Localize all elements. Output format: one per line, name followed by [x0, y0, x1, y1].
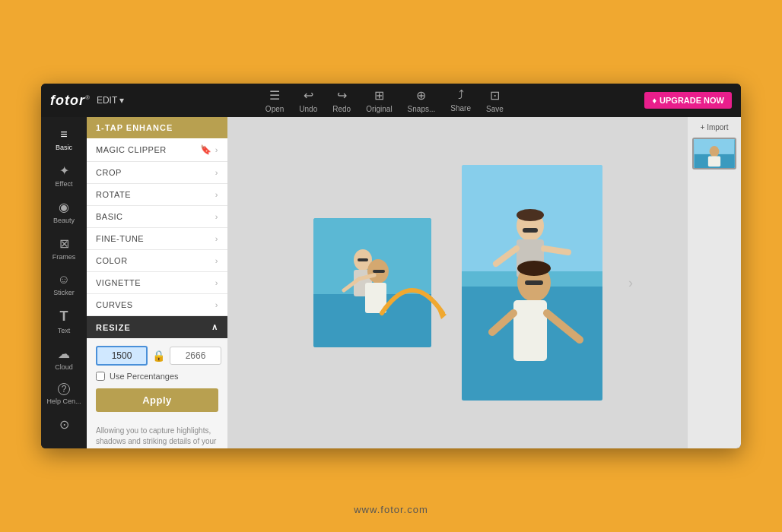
panel-item-rotate[interactable]: ROTATE ›	[87, 184, 227, 206]
open-action[interactable]: ☰ Open	[265, 88, 284, 113]
import-button[interactable]: + Import	[701, 123, 729, 131]
canvas-area: ›	[227, 117, 688, 448]
side-panel-toggle[interactable]: ›	[628, 275, 633, 291]
redo-icon: ↪	[337, 88, 347, 103]
chevron-right-icon: ›	[215, 278, 218, 287]
enhance-label: 1-TAP ENHANCE	[96, 123, 173, 132]
nav-item-effect[interactable]: ✦ Effect	[41, 159, 87, 192]
beauty-label: Beauty	[53, 217, 75, 224]
width-input[interactable]	[96, 346, 148, 366]
panel-item-crop[interactable]: CROP ›	[87, 162, 227, 184]
panel-item-vignette[interactable]: VIGNETTE ›	[87, 272, 227, 294]
bookmark-icon: 🔖	[200, 144, 212, 155]
enhance-header[interactable]: 1-TAP ENHANCE	[87, 117, 227, 138]
left-nav: ≡ Basic ✦ Effect ◉ Beauty ⊠ Frames ☺ Sti…	[41, 117, 87, 448]
item-right: 🔖 ›	[200, 144, 218, 155]
save-action[interactable]: ⊡ Save	[486, 88, 504, 113]
undo-label: Undo	[299, 105, 317, 113]
upgrade-label: UPGRADE NOW	[660, 96, 724, 105]
share-label: Share	[450, 104, 471, 112]
nav-item-sticker[interactable]: ☺ Sticker	[41, 268, 87, 301]
chevron-right-icon: ›	[215, 190, 218, 199]
chevron-right-icon: ›	[215, 145, 218, 154]
color-label: COLOR	[96, 256, 128, 265]
basic-label: Basic	[56, 144, 72, 151]
chevron-down-icon: ▾	[119, 95, 124, 106]
canvas-inner	[313, 165, 602, 401]
effect-label: Effect	[56, 180, 73, 188]
camera-icon: ⊙	[59, 417, 69, 432]
nav-item-help[interactable]: ? Help Cen...	[41, 378, 87, 410]
use-percent-checkbox[interactable]	[96, 372, 105, 381]
panel-item-curves[interactable]: CURVES ›	[87, 294, 227, 316]
svg-rect-22	[525, 280, 543, 285]
thumbnail[interactable]	[692, 138, 736, 169]
resize-body: 🔒 Use Percentanges Apply	[87, 338, 227, 420]
frames-label: Frames	[52, 253, 76, 261]
redo-label: Redo	[332, 105, 351, 113]
text-label: Text	[58, 327, 71, 334]
original-label: Original	[366, 105, 392, 113]
chevron-right-icon: ›	[215, 234, 218, 243]
resize-section-header[interactable]: RESIZE ∧	[87, 316, 227, 338]
effect-icon: ✦	[59, 163, 69, 178]
snaps-action[interactable]: ⊕ Snaps...	[408, 88, 436, 113]
magic-clipper-label: MAGIC CLIPPER	[96, 145, 167, 154]
upgrade-button[interactable]: UPGRADE NOW	[644, 92, 732, 109]
panel-item-fine-tune[interactable]: FINE-TUNE ›	[87, 228, 227, 250]
chevron-right-icon: ›	[215, 300, 218, 309]
rotate-label: ROTATE	[96, 190, 131, 199]
beauty-icon: ◉	[59, 200, 69, 214]
frames-icon: ⊠	[59, 236, 69, 251]
use-percent-text: Use Percentanges	[110, 372, 179, 381]
nav-item-basic[interactable]: ≡ Basic	[41, 123, 87, 156]
edit-label: EDIT	[97, 95, 117, 106]
apply-button[interactable]: Apply	[96, 388, 218, 412]
original-action[interactable]: ⊞ Original	[366, 88, 392, 113]
nav-item-beauty[interactable]: ◉ Beauty	[41, 195, 87, 229]
fine-tune-label: FINE-TUNE	[96, 234, 144, 243]
resize-label: RESIZE	[96, 323, 131, 332]
basic-label: BASIC	[96, 212, 123, 221]
snaps-icon: ⊕	[416, 88, 426, 103]
logo-sup: ®	[85, 94, 91, 101]
right-panel: + Import	[688, 117, 741, 448]
undo-action[interactable]: ↩ Undo	[299, 88, 317, 113]
nav-item-camera[interactable]: ⊙	[41, 413, 87, 436]
share-icon: ⤴	[458, 88, 464, 102]
top-bar: fotor® EDIT ▾ ☰ Open ↩ Undo ↪ Redo ⊞ Ori	[41, 84, 741, 117]
nav-item-frames[interactable]: ⊠ Frames	[41, 232, 87, 265]
panel-item-color[interactable]: COLOR ›	[87, 250, 227, 272]
photo-bg-large	[462, 165, 602, 401]
nav-item-text[interactable]: T Text	[41, 304, 87, 339]
logo-text: fotor	[50, 93, 85, 108]
panel-bottom-text: Allowing you to capture highlights, shad…	[87, 420, 227, 448]
save-icon: ⊡	[490, 88, 500, 103]
logo: fotor®	[50, 93, 91, 109]
chevron-right-icon: ›	[215, 212, 218, 221]
top-bar-left: fotor® EDIT ▾	[50, 93, 124, 109]
photo-large	[462, 165, 602, 401]
svg-rect-21	[513, 300, 547, 361]
svg-point-28	[710, 146, 720, 157]
svg-rect-29	[708, 157, 720, 167]
use-percent-label[interactable]: Use Percentanges	[96, 372, 218, 381]
redo-action[interactable]: ↪ Redo	[332, 88, 351, 113]
svg-rect-8	[358, 258, 368, 261]
original-icon: ⊞	[374, 88, 384, 103]
open-label: Open	[265, 105, 284, 113]
svg-point-16	[517, 209, 544, 221]
panel-item-magic-clipper[interactable]: MAGIC CLIPPER 🔖 ›	[87, 138, 227, 162]
nav-item-cloud[interactable]: ☁ Cloud	[41, 342, 87, 375]
panel-item-basic[interactable]: BASIC ›	[87, 206, 227, 228]
cloud-label: Cloud	[55, 363, 73, 371]
svg-point-23	[517, 261, 551, 276]
edit-button[interactable]: EDIT ▾	[97, 95, 124, 106]
svg-line-19	[544, 249, 568, 252]
help-label: Help Cen...	[46, 397, 81, 405]
share-action[interactable]: ⤴ Share	[450, 88, 471, 112]
chevron-up-icon: ∧	[211, 322, 218, 332]
watermark-text: www.fotor.com	[354, 504, 428, 515]
vignette-label: VIGNETTE	[96, 278, 141, 287]
height-input[interactable]	[170, 347, 221, 365]
